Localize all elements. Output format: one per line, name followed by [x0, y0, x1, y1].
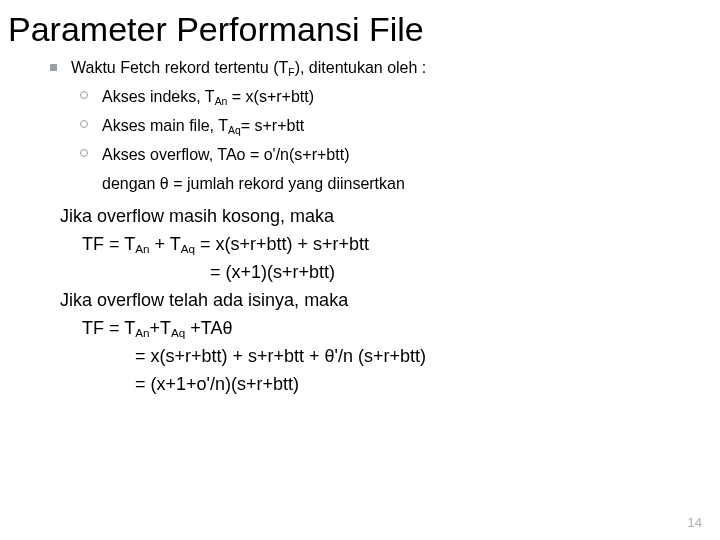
equation-line: = (x+1)(s+r+btt) — [60, 259, 680, 287]
subscript: An — [135, 242, 149, 255]
content-block-1: Waktu Fetch rekord tertentu (TF), ditent… — [50, 57, 680, 195]
text-line: Akses indeks, TAn = x(s+r+btt) — [102, 86, 314, 109]
equation-line: TF = TAn+TAq +TAθ — [60, 315, 680, 343]
text-span: + T — [149, 234, 180, 254]
text-span: +TAθ — [185, 318, 232, 338]
subscript: Aq — [228, 125, 241, 136]
text-span: TF = T — [82, 234, 135, 254]
content-block-2: Jika overflow masih kosong, maka TF = TA… — [60, 203, 680, 398]
text-line: Jika overflow telah ada isinya, maka — [60, 287, 680, 315]
circle-bullet-icon — [80, 91, 88, 99]
equation-line: = (x+1+o'/n)(s+r+btt) — [60, 371, 680, 399]
text-line: Waktu Fetch rekord tertentu (TF), ditent… — [71, 57, 426, 80]
text-line: dengan θ = jumlah rekord yang diinsertka… — [102, 173, 405, 195]
subscript: Aq — [171, 326, 185, 339]
subscript: Aq — [181, 242, 195, 255]
text-line: Akses main file, TAq= s+r+btt — [102, 115, 304, 138]
text-span: = s+r+btt — [241, 117, 305, 134]
square-bullet-icon — [50, 64, 57, 71]
text-line: Akses overflow, TAo = o'/n(s+r+btt) — [102, 144, 349, 166]
subscript: An — [215, 96, 228, 107]
text-span: = x(s+r+btt) — [227, 88, 314, 105]
text-span: Akses main file, T — [102, 117, 228, 134]
circle-bullet-icon — [80, 120, 88, 128]
list-item: Akses indeks, TAn = x(s+r+btt) — [80, 86, 680, 109]
text-span: ), ditentukan oleh : — [295, 59, 427, 76]
equation-line: TF = TAn + TAq = x(s+r+btt) + s+r+btt — [60, 231, 680, 259]
subscript: An — [135, 326, 149, 339]
equation-line: = x(s+r+btt) + s+r+btt + θ'/n (s+r+btt) — [60, 343, 680, 371]
page-number: 14 — [688, 515, 702, 530]
text-span: Waktu Fetch rekord tertentu (T — [71, 59, 288, 76]
list-item: Akses main file, TAq= s+r+btt — [80, 115, 680, 138]
text-span: TF = T — [82, 318, 135, 338]
list-item: Akses overflow, TAo = o'/n(s+r+btt) — [80, 144, 680, 166]
text-span: Akses indeks, T — [102, 88, 215, 105]
text-span: +T — [149, 318, 171, 338]
list-item: dengan θ = jumlah rekord yang diinsertka… — [80, 173, 680, 195]
circle-bullet-icon — [80, 149, 88, 157]
slide-title: Parameter Performansi File — [0, 0, 720, 57]
text-span: = x(s+r+btt) + s+r+btt — [195, 234, 369, 254]
list-item: Waktu Fetch rekord tertentu (TF), ditent… — [50, 57, 680, 80]
text-line: Jika overflow masih kosong, maka — [60, 203, 680, 231]
